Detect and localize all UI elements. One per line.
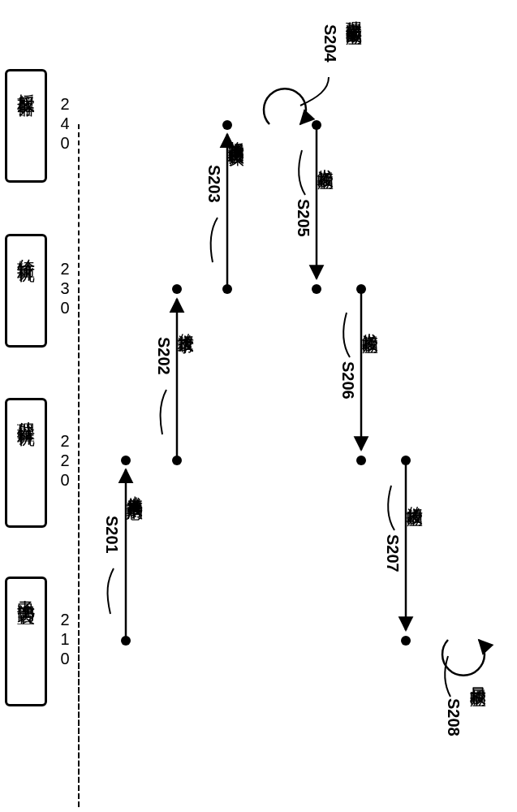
step-text-s202: 传送授权请求 bbox=[174, 321, 197, 326]
dot-s202-src bbox=[172, 456, 182, 465]
step-text-s205: 发送授权响应 bbox=[314, 157, 337, 162]
lane-ref-processor: 220 bbox=[55, 432, 74, 490]
step-code-s201: S201 bbox=[102, 516, 121, 554]
step-text-s204: 处理交易请求并生成响应 bbox=[343, 8, 365, 17]
step-code-s207: S207 bbox=[383, 534, 402, 572]
lifeline-device bbox=[78, 640, 80, 807]
dot-s206-dst bbox=[356, 456, 366, 465]
step-text-s203: 将授权请求路由到授权实体 bbox=[225, 128, 248, 138]
leader-s202 bbox=[161, 390, 166, 434]
lane-label-authsrv: 授权服务器 bbox=[14, 75, 38, 88]
step-text-s207: 传送授权响应 bbox=[403, 494, 426, 499]
leader-s207 bbox=[388, 486, 394, 530]
leader-s203 bbox=[211, 218, 218, 262]
lane-ref-authsrv: 240 bbox=[55, 95, 74, 153]
step-code-s208: S208 bbox=[444, 698, 463, 736]
dot-s207-src bbox=[401, 456, 411, 465]
lane-ref-device: 210 bbox=[55, 611, 74, 669]
leader-s206 bbox=[343, 313, 350, 357]
lane-label-processor: 处理器计算机 bbox=[14, 402, 38, 417]
step-code-s202: S202 bbox=[154, 337, 173, 375]
sequence-diagram: 电子访问装置 210 处理器计算机 220 传输计算机 230 授权服务器 24… bbox=[0, 0, 517, 812]
leader-s204 bbox=[300, 77, 329, 106]
lane-ref-transport: 230 bbox=[55, 260, 74, 318]
leader-s205 bbox=[299, 150, 305, 195]
dot-s202-dst bbox=[172, 284, 182, 294]
step-code-s206: S206 bbox=[338, 361, 357, 400]
dot-s206-src bbox=[356, 284, 366, 294]
step-code-s204: S204 bbox=[321, 24, 339, 63]
selfloop-s208 bbox=[442, 640, 485, 676]
dot-s205-dst bbox=[312, 284, 321, 294]
lane-label-device: 电子访问装置 bbox=[14, 581, 38, 595]
step-code-s203: S203 bbox=[205, 165, 223, 203]
leader-s208 bbox=[445, 656, 450, 697]
leader-s201 bbox=[108, 568, 114, 614]
dot-s201-dst bbox=[121, 456, 131, 465]
lane-box-device: 电子访问装置 bbox=[5, 577, 47, 706]
dot-s203-src bbox=[222, 284, 232, 294]
lane-box-authsrv: 授权服务器 bbox=[5, 69, 47, 183]
step-text-s208: 显示授权响应 bbox=[467, 674, 489, 679]
selfloop-s204 bbox=[264, 89, 306, 124]
dot-s207-dst bbox=[401, 636, 411, 646]
lane-box-transport: 传输计算机 bbox=[5, 234, 47, 348]
dot-s201-src bbox=[121, 636, 131, 646]
lane-label-transport: 传输计算机 bbox=[14, 240, 38, 253]
step-text-s201: 生成并发送授权请求消息 bbox=[123, 483, 146, 492]
step-text-s206: 发送授权响应 bbox=[359, 321, 381, 326]
lane-box-processor: 处理器计算机 bbox=[5, 398, 47, 528]
dot-s205-src bbox=[312, 120, 321, 130]
step-code-s205: S205 bbox=[294, 199, 312, 237]
